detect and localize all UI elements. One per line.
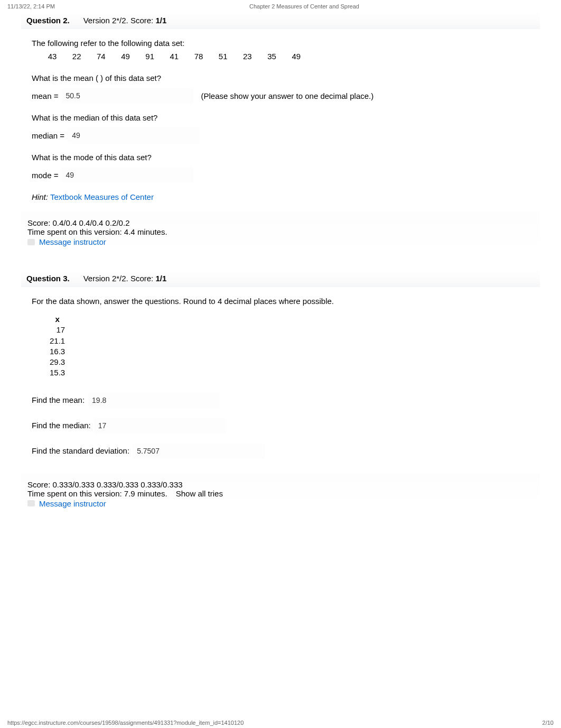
question-2-score-line: Score: 0.4/0.4 0.4/0.4 0.2/0.2 <box>27 218 534 227</box>
question-2-median-prompt: What is the median of this data set? <box>32 113 529 122</box>
print-footer: https://egcc.instructure.com/courses/195… <box>7 720 554 726</box>
print-datetime: 11/13/22, 2:14 PM <box>7 3 55 10</box>
hint-label: Hint: <box>32 192 50 201</box>
mode-input[interactable] <box>61 167 193 183</box>
q3-mean-label: Find the mean: <box>32 395 85 404</box>
mode-label: mode = <box>32 171 58 180</box>
message-instructor-link[interactable]: Message instructor <box>39 499 106 508</box>
q3-sd-label: Find the standard deviation: <box>32 446 129 455</box>
question-2-label: Question 2. <box>26 16 70 25</box>
question-2-version: Version 2*/2. Score: 1/1 <box>83 16 167 25</box>
print-header: 11/13/22, 2:14 PM Chapter 2 Measures of … <box>0 0 561 12</box>
question-3-time-line: Time spent on this version: 7.9 minutes. <box>27 489 167 498</box>
mean-input[interactable] <box>61 88 193 104</box>
question-2-time-line: Time spent on this version: 4.4 minutes. <box>27 227 534 236</box>
question-3-header: Question 3. Version 2*/2. Score: 1/1 <box>21 270 540 287</box>
mean-note: (Please show your answer to one decimal … <box>201 91 373 100</box>
print-page-num: 2/10 <box>543 720 554 726</box>
question-2-dataset: 43 22 74 49 91 41 78 51 23 35 49 <box>41 52 529 61</box>
print-title: Chapter 2 Measures of Center and Spread <box>249 3 359 10</box>
question-2-body: The following refer to the following dat… <box>21 29 540 212</box>
question-3-body: For the data shown, answer the questions… <box>21 287 540 474</box>
q3-median-input[interactable] <box>94 418 226 434</box>
question-3-label: Question 3. <box>26 274 70 283</box>
question-2-mode-prompt: What is the mode of this data set? <box>32 153 529 162</box>
message-icon <box>27 239 35 245</box>
question-3-score-line: Score: 0.333/0.333 0.333/0.333 0.333/0.3… <box>27 480 534 489</box>
question-2-header: Question 2. Version 2*/2. Score: 1/1 <box>21 12 540 29</box>
print-url: https://egcc.instructure.com/courses/195… <box>7 720 244 726</box>
x-header: x <box>44 314 70 325</box>
question-3-footer: Score: 0.333/0.333 0.333/0.333 0.333/0.3… <box>21 474 540 509</box>
question-3-table: x 17 21.1 16.3 29.3 15.3 <box>44 314 70 379</box>
q3-median-label: Find the median: <box>32 421 91 430</box>
mean-label: mean = <box>32 91 58 100</box>
question-2-intro: The following refer to the following dat… <box>32 39 529 48</box>
q3-mean-input[interactable] <box>88 392 220 408</box>
question-3-intro: For the data shown, answer the questions… <box>32 297 529 306</box>
question-2-mean-prompt: What is the mean ( ) of this data set? <box>32 73 529 82</box>
q3-sd-input[interactable] <box>133 443 265 459</box>
message-instructor-link[interactable]: Message instructor <box>39 237 106 246</box>
show-all-tries[interactable]: Show all tries <box>176 489 223 498</box>
question-3-time-row: Time spent on this version: 7.9 minutes.… <box>27 489 534 498</box>
median-input[interactable] <box>68 127 200 143</box>
hint-link[interactable]: Textbook Measures of Center <box>50 192 154 201</box>
question-2-footer: Score: 0.4/0.4 0.4/0.4 0.2/0.2 Time spen… <box>21 212 540 256</box>
question-2-hint: Hint: Textbook Measures of Center <box>32 192 529 201</box>
message-icon <box>27 500 35 506</box>
question-3-version: Version 2*/2. Score: 1/1 <box>83 274 167 283</box>
median-label: median = <box>32 131 64 140</box>
